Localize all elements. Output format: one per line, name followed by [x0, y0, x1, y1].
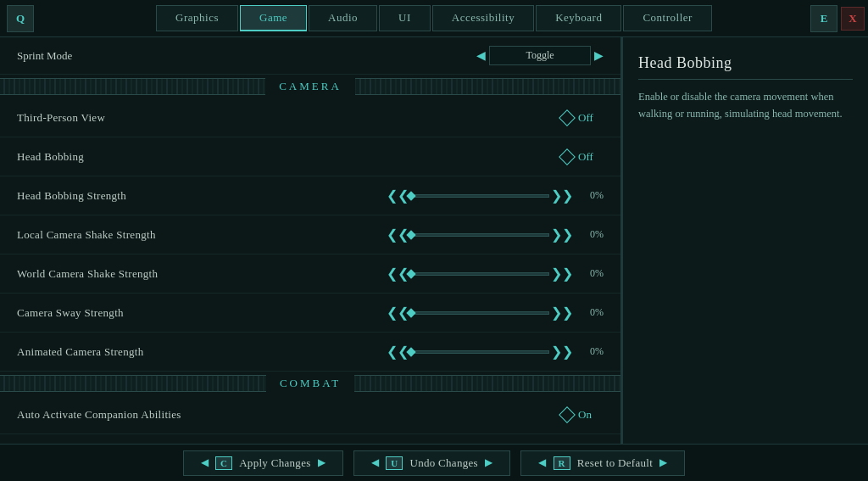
camera-sway-control: ❮❮ ❯❯ 0% — [387, 305, 604, 321]
reset-chevron-right: ▶ — [659, 456, 667, 469]
head-bobbing-strength-control: ❮❮ ❯❯ 0% — [387, 188, 604, 204]
tab-game[interactable]: Game — [240, 5, 307, 31]
camera-sway-value: 0% — [580, 306, 604, 319]
reset-to-default-button[interactable]: ◀ R Reset to Default ▶ — [520, 450, 685, 476]
undo-label: Undo Changes — [409, 456, 478, 470]
tab-accessibility[interactable]: Accessibility — [432, 5, 534, 31]
tab-keyboard[interactable]: Keyboard — [536, 5, 621, 31]
slider-right-arrow-3[interactable]: ❯❯ — [551, 267, 573, 281]
info-title: Head Bobbing — [638, 54, 853, 80]
local-camera-shake-value: 0% — [580, 228, 604, 241]
local-camera-shake-label: Local Camera Shake Strength — [17, 228, 387, 242]
head-bobbing-control[interactable]: Off — [561, 150, 604, 164]
nav-tabs: Graphics Game Audio UI Accessibility Key… — [156, 5, 712, 31]
sprint-arrow-left[interactable]: ◀ — [476, 48, 486, 63]
head-bobbing-strength-slider[interactable]: ❮❮ ❯❯ — [387, 188, 573, 204]
diamond-icon-3 — [559, 406, 576, 423]
reset-key: R — [554, 456, 570, 470]
settings-panel: Sprint Mode ◀ Toggle ▶ Camera Third-Pers… — [0, 37, 622, 444]
animated-camera-label: Animated Camera Strength — [17, 345, 387, 359]
nav-corner-right[interactable]: E — [810, 5, 837, 32]
camera-divider-inner: Camera — [0, 78, 620, 95]
auto-activate-value: On — [578, 408, 604, 422]
apply-key: C — [215, 456, 232, 470]
diamond-icon-2 — [559, 148, 576, 165]
undo-chevron-right: ▶ — [485, 456, 492, 469]
third-person-view-control[interactable]: Off — [561, 111, 604, 125]
head-bobbing-strength-label: Head Bobbing Strength — [17, 189, 387, 203]
apply-changes-button[interactable]: ◀ C Apply Changes ▶ — [183, 450, 343, 476]
world-camera-shake-value: 0% — [580, 267, 604, 280]
sprint-value: Toggle — [489, 46, 591, 65]
bottom-bar: ◀ C Apply Changes ▶ ◀ U Undo Changes ▶ ◀… — [0, 444, 868, 481]
undo-chevron-left: ◀ — [371, 456, 379, 469]
third-person-view-row: Third-Person View Off — [0, 98, 620, 137]
diamond-icon — [559, 109, 576, 126]
slider-right-arrow-4[interactable]: ❯❯ — [551, 306, 573, 320]
camera-sway-label: Camera Sway Strength — [17, 306, 387, 320]
camera-section-label: Camera — [265, 78, 355, 95]
main-content: Sprint Mode ◀ Toggle ▶ Camera Third-Pers… — [0, 37, 868, 444]
tab-graphics[interactable]: Graphics — [156, 5, 238, 31]
world-camera-shake-control: ❮❮ ❯❯ 0% — [387, 266, 604, 282]
auto-activate-control[interactable]: On — [561, 408, 604, 422]
top-navigation: Q Graphics Game Audio UI Accessibility K… — [0, 0, 868, 37]
sprint-mode-row: Sprint Mode ◀ Toggle ▶ — [0, 37, 620, 75]
close-button[interactable]: X — [841, 7, 865, 31]
head-bobbing-value: Off — [578, 150, 604, 164]
apply-label: Apply Changes — [239, 456, 310, 470]
auto-activate-row: Auto Activate Companion Abilities On — [0, 395, 620, 434]
animated-camera-control: ❮❮ ❯❯ 0% — [387, 344, 604, 360]
reset-chevron-left: ◀ — [538, 456, 546, 469]
head-bobbing-strength-value: 0% — [580, 189, 604, 202]
undo-changes-button[interactable]: ◀ U Undo Changes ▶ — [353, 450, 510, 476]
world-camera-shake-slider[interactable]: ❮❮ ❯❯ — [387, 266, 573, 282]
slider-bar — [410, 194, 549, 198]
combat-section-divider: Combat — [0, 372, 620, 395]
apply-chevron-right: ▶ — [318, 456, 326, 469]
nav-corner-left[interactable]: Q — [7, 5, 34, 32]
combat-divider-inner: Combat — [0, 375, 620, 392]
head-bobbing-label: Head Bobbing — [17, 150, 561, 164]
slider-right-arrow-5[interactable]: ❯❯ — [551, 345, 573, 359]
head-bobbing-strength-row: Head Bobbing Strength ❮❮ ❯❯ 0% — [0, 176, 620, 215]
head-bobbing-row: Head Bobbing Off — [0, 137, 620, 176]
apply-chevron-left: ◀ — [201, 456, 209, 469]
tab-ui[interactable]: UI — [379, 5, 431, 31]
animated-camera-slider[interactable]: ❮❮ ❯❯ — [387, 344, 573, 360]
camera-sway-slider[interactable]: ❮❮ ❯❯ — [387, 305, 573, 321]
third-person-view-value: Off — [578, 111, 604, 125]
combat-section-label: Combat — [266, 375, 354, 392]
slider-right-arrow-2[interactable]: ❯❯ — [551, 228, 573, 242]
animated-camera-row: Animated Camera Strength ❮❮ ❯❯ 0% — [0, 333, 620, 372]
local-camera-shake-row: Local Camera Shake Strength ❮❮ ❯❯ 0% — [0, 215, 620, 254]
slider-bar-3 — [410, 272, 549, 276]
reset-label: Reset to Default — [577, 456, 653, 470]
local-camera-shake-control: ❮❮ ❯❯ 0% — [387, 227, 604, 243]
local-camera-shake-slider[interactable]: ❮❮ ❯❯ — [387, 227, 573, 243]
world-camera-shake-label: World Camera Shake Strength — [17, 267, 387, 281]
auto-activate-label: Auto Activate Companion Abilities — [17, 408, 561, 422]
slider-bar-5 — [410, 350, 549, 354]
third-person-view-label: Third-Person View — [17, 111, 561, 125]
info-panel: Head Bobbing Enable or disable the camer… — [622, 37, 868, 444]
undo-key: U — [386, 456, 403, 470]
tab-audio[interactable]: Audio — [309, 5, 377, 31]
tab-controller[interactable]: Controller — [623, 5, 711, 31]
sprint-selector[interactable]: ◀ Toggle ▶ — [476, 46, 604, 65]
info-description: Enable or disable the camera movement wh… — [638, 88, 853, 122]
sprint-arrow-right[interactable]: ▶ — [594, 48, 604, 63]
slider-right-arrow[interactable]: ❯❯ — [551, 189, 573, 203]
camera-section-divider: Camera — [0, 75, 620, 98]
camera-sway-row: Camera Sway Strength ❮❮ ❯❯ 0% — [0, 294, 620, 333]
slider-bar-2 — [410, 233, 549, 237]
animated-camera-value: 0% — [580, 345, 604, 358]
sprint-mode-label: Sprint Mode — [17, 49, 476, 63]
slider-bar-4 — [410, 311, 549, 315]
world-camera-shake-row: World Camera Shake Strength ❮❮ ❯❯ 0% — [0, 254, 620, 294]
